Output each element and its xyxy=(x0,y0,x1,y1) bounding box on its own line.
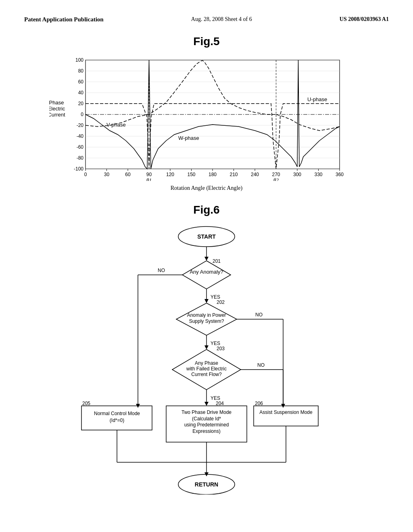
node202-num: 202 xyxy=(217,299,225,305)
header-right: US 2008/0203963 A1 xyxy=(340,16,389,23)
svg-text:240: 240 xyxy=(251,172,259,177)
return-label: RETURN xyxy=(195,481,218,488)
svg-marker-69 xyxy=(204,345,209,349)
svg-text:30: 30 xyxy=(104,172,110,177)
svg-text:330: 330 xyxy=(314,172,322,177)
node202-no: NO xyxy=(255,312,263,318)
svg-marker-59 xyxy=(204,257,209,261)
node203-line3: Current Flow? xyxy=(191,372,222,377)
fig6-flowchart: START 201 Any Anomaly? NO YES 202 Anomal xyxy=(24,220,389,495)
svg-text:300: 300 xyxy=(293,172,301,177)
svg-text:Current: Current xyxy=(49,112,65,118)
box204-line1: Two Phase Drive Mode xyxy=(181,409,232,415)
start-label: START xyxy=(197,233,216,240)
node202-line1: Anomaly in Power xyxy=(187,312,226,318)
node203-yes: YES xyxy=(211,395,220,401)
fig5-chart: Phase Electric Current 100 80 60 4 xyxy=(24,52,389,181)
svg-text:270: 270 xyxy=(272,172,280,177)
svg-text:-80: -80 xyxy=(77,155,84,161)
node205-num: 205 xyxy=(82,401,90,406)
svg-text:θ2: θ2 xyxy=(273,177,279,181)
node203-line1: Any Phase xyxy=(195,360,218,366)
fig5-x-axis-label: Rotation Angle (Electric Angle) xyxy=(24,185,389,191)
svg-marker-73 xyxy=(204,402,209,406)
node201-no: NO xyxy=(158,268,165,273)
node202-yes: YES xyxy=(211,341,220,346)
fig5-title: Fig.5 xyxy=(24,35,389,48)
svg-text:Phase: Phase xyxy=(49,100,64,106)
node201-yes: YES xyxy=(211,294,220,300)
svg-text:W-phase: W-phase xyxy=(178,135,199,141)
svg-text:60: 60 xyxy=(78,79,84,85)
box206 xyxy=(254,406,318,426)
box205-line2: (Id*=0) xyxy=(110,418,124,423)
svg-text:60: 60 xyxy=(125,172,131,177)
diamond-201 xyxy=(182,261,231,289)
svg-text:0: 0 xyxy=(81,112,83,117)
svg-text:120: 120 xyxy=(166,172,174,177)
page-header: Patent Application Publication Aug. 28, … xyxy=(24,16,389,23)
node203-no: NO xyxy=(257,362,265,368)
page: Patent Application Publication Aug. 28, … xyxy=(0,0,413,532)
svg-text:20: 20 xyxy=(78,101,84,106)
svg-text:Electric: Electric xyxy=(49,106,65,112)
svg-text:90: 90 xyxy=(146,172,152,177)
node201-num: 201 xyxy=(213,258,221,264)
node203-line2: with Failed Electric xyxy=(186,366,227,372)
header-center: Aug. 28, 2008 Sheet 4 of 6 xyxy=(191,16,252,23)
svg-text:-60: -60 xyxy=(77,144,84,150)
svg-text:-20: -20 xyxy=(77,123,84,128)
svg-text:U-phase: U-phase xyxy=(307,96,327,102)
svg-text:360: 360 xyxy=(336,172,344,177)
box204-line2: (Calculate Id* xyxy=(192,416,221,422)
svg-text:100: 100 xyxy=(75,57,83,63)
svg-text:150: 150 xyxy=(187,172,195,177)
box205-line1: Normal Control Mode xyxy=(94,411,140,416)
svg-text:-40: -40 xyxy=(77,133,84,139)
node204-num: 204 xyxy=(216,401,224,406)
box204-line4: Expressions) xyxy=(192,428,220,434)
svg-text:210: 210 xyxy=(229,172,238,177)
svg-text:80: 80 xyxy=(78,68,84,74)
svg-marker-64 xyxy=(204,299,209,303)
svg-text:θ1: θ1 xyxy=(146,177,152,181)
svg-text:40: 40 xyxy=(78,90,84,96)
svg-text:V-phase: V-phase xyxy=(106,122,126,128)
box204-line3: using Predetermined xyxy=(184,422,229,428)
header-left: Patent Application Publication xyxy=(24,16,104,23)
box206-line1: Assist Suspension Mode xyxy=(259,409,313,415)
node202-line2: Supply System? xyxy=(189,318,224,324)
node206-num: 206 xyxy=(255,401,263,406)
svg-text:180: 180 xyxy=(209,172,217,177)
node201-label: Any Anomaly? xyxy=(190,269,223,275)
svg-text:0: 0 xyxy=(84,172,87,177)
svg-text:-100: -100 xyxy=(74,166,83,172)
node203-num: 203 xyxy=(217,346,225,351)
fig6-title: Fig.6 xyxy=(24,204,389,216)
